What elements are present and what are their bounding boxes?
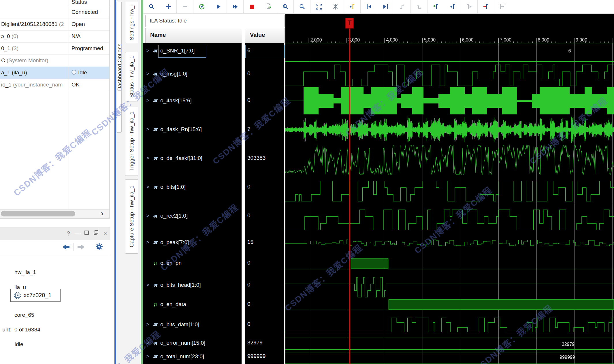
horizontal-scrollbar[interactable]: › [0, 209, 109, 218]
tab-trigger-setup-hw-ila-1[interactable]: Trigger Setup - hw_ila_1 [125, 107, 138, 176]
hardware-tree-row[interactable]: 0_1 (3)Programmed [0, 42, 109, 55]
ila-dashboard-border [141, 0, 143, 364]
bus-signal-icon [153, 354, 158, 359]
remove-marker-icon[interactable] [478, 0, 494, 13]
device-name: io_1 (your_instance_nam [1, 82, 63, 88]
prev-marker-icon[interactable] [444, 0, 461, 13]
rise-gray-icon[interactable] [394, 0, 411, 13]
signal-row-o_4ask_Rn-15-6-[interactable]: >o_4ask_Rn[15:6] [143, 126, 242, 133]
signal-row-o_en_data[interactable]: o_en_data [143, 301, 242, 308]
stop-icon[interactable] [244, 0, 260, 13]
hardware-tree-row[interactable]: Digilent/210512180081 (2Open [0, 18, 109, 31]
signal-value: 0 [247, 260, 251, 267]
expand-chevron-icon[interactable]: > [146, 322, 149, 327]
signal-name: o_bits[1:0] [160, 184, 186, 190]
device-name: Digilent/210512180081 (2 [1, 21, 64, 27]
hardware-tree-row[interactable]: ɔ_0 (0)N/A [0, 30, 109, 43]
value-column-header[interactable]: Value [245, 28, 285, 43]
maximize-icon[interactable] [83, 229, 91, 237]
add-icon[interactable] [160, 0, 177, 13]
signal-row-o_total_num-23-0-[interactable]: >o_total_num[23:0] [143, 353, 242, 361]
bus-signal-icon [153, 341, 158, 345]
expand-chevron-icon[interactable]: > [146, 240, 149, 245]
expand-chevron-icon[interactable]: > [146, 156, 149, 161]
bus-signal-icon [153, 185, 158, 189]
export-icon[interactable] [260, 0, 277, 13]
part-selector[interactable]: xc7z020_1 [10, 289, 61, 302]
hardware-tree-row[interactable]: C (System Monitor) [0, 54, 109, 67]
signal-name: o_total_num[23:0] [160, 353, 204, 360]
signal-name: o_bits_head[1:0] [160, 282, 201, 288]
signal-value: 0 [247, 184, 251, 191]
signal-row-o_4ask-15-6-[interactable]: >o_4ask[15:6] [143, 97, 242, 105]
expand-chevron-icon[interactable]: > [146, 48, 149, 53]
span-gray-icon[interactable] [494, 0, 511, 13]
bus-signal-icon [153, 127, 158, 132]
expand-chevron-icon[interactable]: > [146, 184, 149, 190]
tab-dashboard-options[interactable]: Dashboard Options [116, 2, 122, 133]
status-column-header: Status [71, 0, 87, 5]
device-status: OK [71, 82, 79, 88]
scrollbar-thumb[interactable] [1, 211, 75, 216]
fast-forward-icon[interactable] [227, 0, 244, 13]
expand-chevron-icon[interactable]: > [146, 340, 149, 346]
bit-signal-icon [153, 302, 158, 307]
tab-capture-setup-hw-ila-1[interactable]: Capture Setup - hw_ila_1 [125, 179, 138, 254]
signal-row-o_peak-7-0-[interactable]: >o_peak[7:0] [143, 239, 242, 246]
help-icon[interactable]: ? [65, 230, 72, 237]
expand-chevron-icon[interactable]: > [146, 98, 149, 103]
scroll-right-icon[interactable]: › [101, 209, 103, 218]
waveform-canvas[interactable] [285, 14, 614, 364]
signal-row-o_msg-1-0-[interactable]: >o_msg[1:0] [143, 70, 242, 78]
close-icon[interactable]: × [101, 230, 109, 237]
forward-button[interactable] [77, 243, 85, 251]
property-value: xc7z020_1 [24, 292, 52, 299]
signal-row-o_rec2-1-0-[interactable]: >o_rec2[1:0] [143, 212, 242, 220]
waveform-toolbar [143, 0, 614, 14]
signal-name: o_de_4askf[31:0] [160, 155, 202, 161]
signal-row-o_en_pn[interactable]: o_en_pn [143, 260, 242, 267]
run-icon[interactable] [210, 0, 227, 13]
zoom-fit-icon[interactable] [310, 0, 327, 13]
signal-name: o_4ask[15:6] [160, 97, 192, 104]
expand-chevron-icon[interactable]: > [146, 127, 149, 132]
fall-gray-icon[interactable] [411, 0, 427, 13]
bus-signal-icon [153, 156, 158, 161]
signal-row-o_bits_data-1-0-[interactable]: >o_bits_data[1:0] [143, 321, 242, 329]
remove-icon[interactable] [177, 0, 193, 13]
signal-value: 32979 [247, 340, 263, 347]
tab-settings-hw-i[interactable]: Settings - hw_i [125, 2, 138, 43]
search-icon[interactable] [143, 0, 160, 13]
name-column-header[interactable]: Name [145, 28, 242, 43]
expand-chevron-icon[interactable]: > [146, 354, 149, 359]
expand-chevron-icon[interactable]: > [146, 213, 149, 218]
no-snap-icon[interactable] [327, 0, 344, 13]
next-marker-gray-icon[interactable] [461, 0, 478, 13]
zoom-out-icon[interactable] [294, 0, 310, 13]
add-marker-icon[interactable] [427, 0, 444, 13]
expand-chevron-icon[interactable]: > [146, 71, 149, 76]
dashboard-options-strip: Dashboard Options [116, 0, 122, 364]
column-divider [69, 0, 69, 209]
signal-row-o_de_4askf-31-0-[interactable]: >o_de_4askf[31:0] [143, 155, 242, 162]
hardware-tree-row[interactable]: io_1 (your_instance_namOK [0, 79, 109, 91]
signal-row-o_error_num-15-0-[interactable]: >o_error_num[15:0] [143, 340, 242, 347]
minimize-icon[interactable]: — [74, 230, 81, 237]
back-button[interactable] [62, 243, 70, 251]
hardware-tree-row[interactable]: Connected [0, 6, 109, 18]
rerun-icon[interactable] [193, 0, 210, 13]
prev-edge-icon[interactable] [361, 0, 377, 13]
zoom-in-icon[interactable] [277, 0, 294, 13]
signal-row-o_bits_head-1-0-[interactable]: >o_bits_head[1:0] [143, 282, 242, 289]
ila-status-bar: ILA Status: Idle [145, 15, 285, 27]
tab-status-hw-ila-1[interactable]: Status - hw_ila_1 [125, 52, 138, 101]
next-edge-icon[interactable] [377, 0, 394, 13]
goto-trigger-icon[interactable] [344, 0, 361, 13]
signal-name: o_en_data [160, 301, 186, 308]
hardware-tree-row[interactable]: a_1 (ila_u)Idle [0, 67, 109, 79]
signal-row-o_bits-1-0-[interactable]: >o_bits[1:0] [143, 184, 242, 191]
signal-value: 303383 [247, 155, 265, 162]
float-icon[interactable] [92, 229, 100, 237]
expand-chevron-icon[interactable]: > [146, 282, 149, 288]
gear-icon[interactable] [95, 243, 103, 251]
